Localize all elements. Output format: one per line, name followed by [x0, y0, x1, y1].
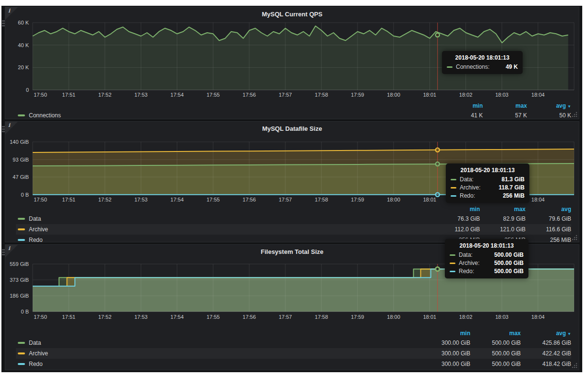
x-axis-tick-label: 18:03: [495, 314, 509, 320]
y-axis-tick-label: 186 GiB: [10, 293, 29, 299]
legend-max-value: 57 K: [483, 112, 527, 119]
legend-max-value: 82.9 GiB: [480, 215, 526, 222]
y-axis-tick-label: 373 GiB: [10, 277, 29, 283]
y-axis-tick-label: 47 GiB: [12, 174, 29, 180]
x-axis-tick-label: 18:04: [531, 92, 545, 98]
x-axis-tick-label: 18:04: [531, 314, 545, 320]
x-axis-tick-label: 17:52: [98, 92, 112, 98]
x-axis-tick-label: 17:50: [34, 92, 47, 98]
x-axis-tick-label: 17:55: [207, 92, 220, 98]
tooltip-series-label: Redo:: [460, 192, 475, 199]
legend-row-archive: Archive300.00 GiB500.00 GiB422.42 GiB: [16, 348, 571, 359]
panel-info-icon[interactable]: i: [5, 7, 18, 20]
panel-resize-handle[interactable]: [571, 234, 578, 241]
x-axis-tick-label: 17:54: [171, 197, 184, 202]
tooltip-series-value: 256 MiB: [495, 192, 525, 199]
legend-series-label[interactable]: Redo: [29, 361, 43, 367]
series-color-dash-icon[interactable]: [18, 363, 25, 365]
x-axis-tick-label: 17:50: [34, 314, 47, 320]
x-axis-tick-label: 17:52: [98, 197, 112, 202]
x-axis-tick-label: 17:57: [279, 197, 292, 202]
series-color-dash-icon[interactable]: [18, 218, 25, 220]
legend-min-value: 112.0 GiB: [434, 226, 480, 233]
tooltip-series-label: Archive:: [459, 260, 479, 266]
legend-series-label[interactable]: Data: [29, 215, 41, 222]
graph-tooltip: 2018-05-20 18:01:13Data:81.3 GiBArchive:…: [446, 163, 529, 203]
series-color-dash-icon[interactable]: [18, 342, 25, 344]
legend-max-value: 500.00 GiB: [470, 339, 521, 346]
panel-info-icon[interactable]: i: [5, 245, 18, 257]
legend-row-connections: Connections41 K57 K50 K: [16, 110, 571, 121]
y-axis-tick-label: 0: [26, 87, 29, 93]
x-axis-tick-label: 17:55: [207, 197, 220, 202]
legend-avg-value: 50 K: [527, 112, 571, 119]
x-axis-tick-label: 18:01: [423, 314, 437, 320]
legend-sort-avg[interactable]: avg▼: [527, 102, 571, 109]
legend-row-data: Data76.3 GiB82.9 GiB79.6 GiB: [16, 214, 571, 224]
y-axis-tick-label: 60 K: [18, 20, 29, 25]
panel-resize-handle[interactable]: [571, 111, 578, 118]
tooltip-series-row: Data:500.00 GiB: [450, 251, 524, 258]
series-color-dash-icon[interactable]: [18, 352, 25, 354]
panel-resize-handle[interactable]: [571, 362, 578, 369]
x-axis-tick-label: 18:00: [387, 314, 401, 320]
legend-sort-max[interactable]: max: [480, 206, 526, 213]
x-axis-tick-label: 17:53: [135, 92, 148, 98]
legend-max-value: 121.0 GiB: [480, 226, 526, 233]
x-axis-tick-label: 17:58: [315, 92, 328, 98]
y-axis-tick-label: 0 B: [21, 309, 29, 314]
panel-title[interactable]: MySQL Current QPS: [5, 11, 579, 18]
legend-sort-avg[interactable]: avg▼: [521, 330, 571, 337]
x-axis-tick-label: 18:01: [423, 92, 437, 98]
legend-series-label[interactable]: Archive: [29, 350, 48, 357]
tooltip-series-value: 49 K: [498, 63, 518, 70]
legend-max-value: 500.00 GiB: [470, 361, 521, 367]
hover-point-data: [436, 267, 440, 271]
panel-info-icon[interactable]: i: [5, 122, 18, 134]
legend-series-label[interactable]: Redo: [29, 237, 43, 243]
x-axis-tick-label: 17:55: [207, 314, 220, 320]
legend-sort-min[interactable]: min: [434, 206, 480, 213]
legend-sort-max[interactable]: max: [483, 102, 527, 109]
legend-sort-max[interactable]: max: [470, 330, 521, 337]
legend: minmaxavg▼Data300.00 GiB500.00 GiB425.86…: [16, 329, 571, 369]
tooltip-timestamp: 2018-05-20 18:01:13: [451, 167, 525, 174]
series-color-dash-icon: [451, 187, 456, 188]
row-drag-handle[interactable]: [2, 19, 5, 27]
hover-point-data: [436, 162, 440, 166]
legend-row-data: Data300.00 GiB500.00 GiB425.86 GiB: [16, 338, 571, 348]
sort-caret-icon: ▼: [567, 104, 571, 109]
panel-title[interactable]: MySQL Datafile Size: [5, 125, 579, 132]
y-axis-tick-label: 559 GiB: [10, 261, 29, 267]
legend-sort-min[interactable]: min: [420, 330, 470, 337]
x-axis-tick-label: 17:53: [135, 197, 148, 202]
legend-avg-value: 422.42 GiB: [521, 350, 571, 357]
x-axis-tick-label: 17:51: [62, 314, 75, 320]
y-axis-tick-label: 93 GiB: [12, 157, 29, 163]
x-axis-tick-label: 17:59: [351, 197, 364, 202]
x-axis-tick-label: 17:56: [243, 92, 256, 98]
series-color-dash-icon: [451, 179, 456, 180]
legend-series-label[interactable]: Connections: [29, 112, 61, 119]
row-drag-handle[interactable]: [2, 248, 5, 256]
legend-header-row: minmaxavg▼: [16, 101, 571, 110]
x-axis-tick-label: 17:51: [62, 92, 75, 98]
legend-avg-value: 116.6 GiB: [526, 226, 571, 233]
legend-series-label[interactable]: Data: [29, 339, 41, 346]
tooltip-series-row: Redo:256 MiB: [451, 192, 525, 199]
y-axis-tick-label: 20 K: [18, 64, 29, 70]
x-axis-tick-label: 17:51: [62, 197, 75, 202]
sort-caret-icon: ▼: [567, 332, 571, 336]
legend-sort-avg[interactable]: avg: [526, 206, 571, 213]
series-color-dash-icon[interactable]: [18, 114, 25, 116]
row-drag-handle[interactable]: [2, 125, 5, 133]
legend-sort-min[interactable]: min: [439, 102, 483, 109]
legend-header-row: minmaxavg: [16, 205, 571, 214]
series-color-dash-icon[interactable]: [18, 239, 25, 241]
series-color-dash-icon[interactable]: [18, 228, 25, 230]
legend-series-label[interactable]: Archive: [29, 226, 48, 233]
series-color-dash-icon: [450, 254, 455, 256]
tooltip-series-value: 118.7 GiB: [491, 184, 525, 191]
graph-tooltip: 2018-05-20 18:01:13Connections:49 K: [442, 51, 523, 74]
y-axis-tick-label: 140 GiB: [10, 139, 29, 145]
